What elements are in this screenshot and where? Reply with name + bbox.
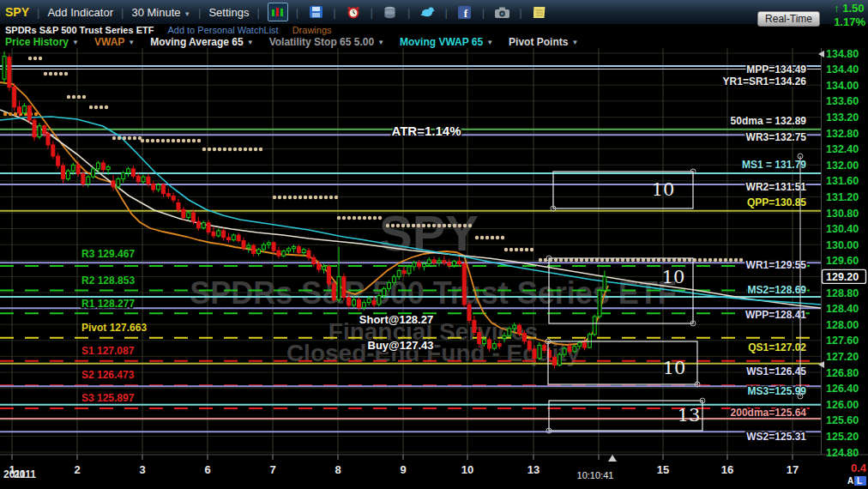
candle (217, 231, 220, 236)
candle (43, 126, 46, 134)
candle (513, 325, 516, 329)
candle (383, 288, 386, 295)
database-icon[interactable] (381, 3, 400, 21)
candle (242, 241, 245, 248)
candle (392, 276, 395, 282)
svg-text:3: 3 (139, 463, 145, 476)
svg-text:MS1 = 131.79: MS1 = 131.79 (742, 159, 806, 171)
svg-text:132.40: 132.40 (826, 143, 859, 155)
add-to-watchlist-link[interactable]: Add to Personal WatchList (167, 25, 278, 35)
svg-text:128.80: 128.80 (826, 287, 859, 299)
indicator-item-moving-vwap-65[interactable]: Moving VWAP 65▼ (400, 36, 493, 48)
candle (478, 333, 481, 344)
candle (142, 177, 145, 182)
drawings-link[interactable]: Drawings (292, 25, 332, 35)
svg-text:127.20: 127.20 (826, 351, 859, 363)
svg-text:S2 126.473: S2 126.473 (81, 369, 135, 381)
save-icon[interactable] (306, 3, 325, 21)
svg-text:128.40: 128.40 (826, 303, 859, 315)
svg-text:124.80: 124.80 (826, 447, 859, 459)
time-marker-icon (608, 455, 617, 462)
chart-type-icon[interactable] (268, 3, 288, 21)
indicator-item-price-history[interactable]: Price History▼ (5, 36, 79, 48)
candle (522, 333, 526, 341)
main-toolbar: SPY | Add Indicator | 30 Minute ▼ | Sett… (0, 0, 868, 24)
candle (397, 270, 401, 276)
svg-text:134.00: 134.00 (826, 80, 859, 92)
chart-canvas[interactable]: SPYSPDRs S&P 500 Trust Series ETFFinanci… (0, 48, 868, 489)
candle (453, 262, 456, 266)
svg-text:13: 13 (678, 405, 701, 426)
candle (563, 348, 566, 354)
svg-text:7: 7 (269, 463, 275, 476)
svg-text:130.80: 130.80 (826, 208, 859, 220)
candle (62, 166, 65, 178)
candle (483, 340, 486, 344)
candle (327, 267, 330, 284)
svg-text:2011: 2011 (14, 468, 36, 480)
candle (131, 169, 135, 176)
chevron-down-icon: ▼ (184, 10, 190, 18)
svg-text:131.20: 131.20 (826, 191, 859, 203)
camera-icon[interactable] (492, 3, 511, 21)
indicator-item-vwap[interactable]: VWAP▼ (94, 36, 135, 48)
chevron-down-icon: ▼ (247, 39, 254, 46)
candle (182, 209, 185, 217)
candle (18, 107, 21, 113)
candle (508, 329, 511, 335)
facebook-icon[interactable]: f (455, 3, 474, 21)
candle (487, 340, 491, 348)
alerts-clock-icon[interactable] (344, 3, 363, 21)
svg-text:9: 9 (400, 463, 406, 476)
candle (573, 347, 576, 352)
candle (342, 276, 346, 297)
realtime-badge[interactable]: Real-Time (757, 11, 820, 27)
timeframe-dropdown[interactable]: 30 Minute ▼ (131, 6, 190, 19)
candle (347, 298, 351, 305)
indicator-item-pivot-points[interactable]: Pivot Points▼ (509, 36, 578, 48)
svg-text:10: 10 (663, 358, 686, 378)
chevron-down-icon: ▼ (571, 39, 578, 46)
divider: | (296, 6, 298, 19)
svg-text:ATR=1.14%: ATR=1.14% (391, 124, 461, 138)
candle (92, 169, 95, 177)
candle (372, 300, 376, 305)
indicator-item-volatility-stop-65-5-00[interactable]: Volatility Stop 65 5.00▼ (269, 36, 384, 48)
svg-text:S1 127.087: S1 127.087 (81, 345, 135, 357)
divider: | (333, 6, 335, 19)
candle (322, 267, 326, 269)
candle (3, 57, 6, 80)
divider: | (371, 6, 373, 19)
symbol-label[interactable]: SPY (5, 5, 29, 19)
chevron-down-icon: ▼ (128, 39, 135, 46)
svg-text:15: 15 (657, 463, 669, 476)
candle (337, 276, 341, 299)
candle (252, 245, 256, 253)
notes-icon[interactable] (530, 3, 549, 21)
svg-text:R1 128.277: R1 128.277 (81, 298, 135, 310)
candle (66, 171, 69, 178)
divider: | (198, 6, 201, 19)
settings-button[interactable]: Settings (208, 6, 249, 19)
candle (427, 260, 431, 264)
indicator-item-moving-average-65[interactable]: Moving Average 65▼ (150, 36, 253, 48)
candle (552, 357, 556, 365)
candle (437, 261, 441, 263)
candle (262, 244, 265, 250)
candle (207, 223, 210, 232)
candle (127, 169, 130, 173)
candle (71, 165, 75, 171)
svg-text:128.00: 128.00 (826, 319, 859, 331)
candle (407, 267, 411, 274)
add-indicator-button[interactable]: Add Indicator (47, 6, 113, 19)
candle (467, 305, 471, 321)
corner-a-label: A (847, 476, 853, 486)
candle (402, 270, 406, 273)
twitter-icon[interactable] (418, 3, 437, 21)
candle (492, 344, 496, 349)
svg-text:WS2=125.31: WS2=125.31 (746, 431, 806, 443)
candle (443, 261, 446, 263)
current-time-label: 10:10:41 (577, 470, 614, 480)
svg-text:10: 10 (662, 267, 685, 287)
candle (76, 165, 80, 173)
